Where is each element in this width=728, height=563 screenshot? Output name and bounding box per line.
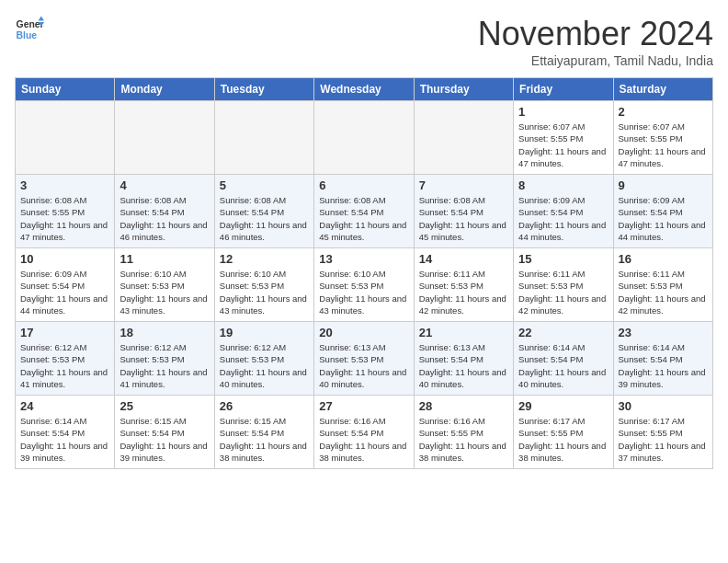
- weekday-header-wednesday: Wednesday: [314, 78, 414, 101]
- day-info: Sunrise: 6:09 AM Sunset: 5:54 PM Dayligh…: [619, 194, 708, 243]
- day-number: 16: [619, 252, 708, 266]
- day-info: Sunrise: 6:10 AM Sunset: 5:53 PM Dayligh…: [119, 268, 209, 316]
- day-info: Sunrise: 6:17 AM Sunset: 5:55 PM Dayligh…: [518, 415, 608, 464]
- calendar-cell: 11Sunrise: 6:10 AM Sunset: 5:53 PM Dayli…: [115, 248, 214, 322]
- weekday-header-monday: Monday: [115, 78, 214, 101]
- calendar-cell: 5Sunrise: 6:08 AM Sunset: 5:54 PM Daylig…: [214, 175, 313, 248]
- day-info: Sunrise: 6:12 AM Sunset: 5:53 PM Dayligh…: [119, 341, 209, 390]
- day-number: 7: [419, 178, 508, 192]
- calendar-cell: 30Sunrise: 6:17 AM Sunset: 5:55 PM Dayli…: [613, 396, 712, 469]
- day-info: Sunrise: 6:07 AM Sunset: 5:55 PM Dayligh…: [619, 121, 708, 169]
- weekday-header-tuesday: Tuesday: [214, 78, 313, 101]
- weekday-header-sunday: Sunday: [16, 78, 115, 101]
- day-number: 26: [220, 399, 309, 413]
- day-info: Sunrise: 6:14 AM Sunset: 5:54 PM Dayligh…: [20, 415, 109, 464]
- day-info: Sunrise: 6:14 AM Sunset: 5:54 PM Dayligh…: [518, 341, 608, 390]
- calendar-cell: 10Sunrise: 6:09 AM Sunset: 5:54 PM Dayli…: [16, 248, 115, 322]
- svg-marker-2: [39, 17, 44, 21]
- week-row-4: 17Sunrise: 6:12 AM Sunset: 5:53 PM Dayli…: [16, 322, 713, 396]
- day-number: 27: [319, 399, 408, 413]
- calendar-cell: 15Sunrise: 6:11 AM Sunset: 5:53 PM Dayli…: [514, 248, 613, 322]
- calendar-cell: 18Sunrise: 6:12 AM Sunset: 5:53 PM Dayli…: [115, 322, 214, 396]
- day-number: 2: [619, 105, 708, 119]
- day-number: 3: [20, 178, 109, 192]
- day-info: Sunrise: 6:13 AM Sunset: 5:53 PM Dayligh…: [319, 341, 408, 390]
- day-number: 19: [220, 326, 309, 339]
- day-info: Sunrise: 6:12 AM Sunset: 5:53 PM Dayligh…: [20, 341, 109, 390]
- calendar-cell: 12Sunrise: 6:10 AM Sunset: 5:53 PM Dayli…: [214, 248, 313, 322]
- header: General Blue November 2024 Ettaiyapuram,…: [15, 15, 713, 68]
- weekday-header-friday: Friday: [514, 78, 613, 101]
- week-row-3: 10Sunrise: 6:09 AM Sunset: 5:54 PM Dayli…: [16, 248, 713, 322]
- day-info: Sunrise: 6:16 AM Sunset: 5:54 PM Dayligh…: [319, 415, 408, 464]
- calendar-cell: 3Sunrise: 6:08 AM Sunset: 5:55 PM Daylig…: [16, 175, 115, 248]
- day-info: Sunrise: 6:17 AM Sunset: 5:55 PM Dayligh…: [619, 415, 708, 464]
- day-info: Sunrise: 6:10 AM Sunset: 5:53 PM Dayligh…: [319, 268, 408, 316]
- day-info: Sunrise: 6:15 AM Sunset: 5:54 PM Dayligh…: [119, 415, 209, 464]
- day-info: Sunrise: 6:08 AM Sunset: 5:54 PM Dayligh…: [419, 194, 508, 243]
- weekday-header-row: SundayMondayTuesdayWednesdayThursdayFrid…: [16, 78, 713, 101]
- day-info: Sunrise: 6:13 AM Sunset: 5:54 PM Dayligh…: [419, 341, 508, 390]
- calendar-cell: 6Sunrise: 6:08 AM Sunset: 5:54 PM Daylig…: [314, 175, 414, 248]
- day-number: 30: [619, 399, 708, 413]
- day-number: 1: [518, 105, 608, 119]
- svg-text:Blue: Blue: [17, 30, 38, 40]
- day-number: 28: [419, 399, 508, 413]
- calendar-cell: [314, 101, 414, 175]
- calendar-cell: 17Sunrise: 6:12 AM Sunset: 5:53 PM Dayli…: [16, 322, 115, 396]
- calendar-cell: 27Sunrise: 6:16 AM Sunset: 5:54 PM Dayli…: [314, 396, 414, 469]
- day-info: Sunrise: 6:12 AM Sunset: 5:53 PM Dayligh…: [220, 341, 309, 390]
- calendar-cell: 13Sunrise: 6:10 AM Sunset: 5:53 PM Dayli…: [314, 248, 414, 322]
- calendar-cell: 16Sunrise: 6:11 AM Sunset: 5:53 PM Dayli…: [613, 248, 712, 322]
- day-number: 6: [319, 178, 408, 192]
- week-row-2: 3Sunrise: 6:08 AM Sunset: 5:55 PM Daylig…: [16, 175, 713, 248]
- logo: General Blue: [15, 15, 44, 44]
- weekday-header-thursday: Thursday: [414, 78, 513, 101]
- calendar-cell: [214, 101, 313, 175]
- day-info: Sunrise: 6:08 AM Sunset: 5:55 PM Dayligh…: [20, 194, 109, 243]
- calendar-cell: 21Sunrise: 6:13 AM Sunset: 5:54 PM Dayli…: [414, 322, 513, 396]
- day-number: 18: [119, 326, 209, 339]
- calendar-cell: 4Sunrise: 6:08 AM Sunset: 5:54 PM Daylig…: [115, 175, 214, 248]
- calendar-cell: 1Sunrise: 6:07 AM Sunset: 5:55 PM Daylig…: [514, 101, 613, 175]
- day-info: Sunrise: 6:08 AM Sunset: 5:54 PM Dayligh…: [119, 194, 209, 243]
- calendar-cell: [115, 101, 214, 175]
- day-info: Sunrise: 6:11 AM Sunset: 5:53 PM Dayligh…: [419, 268, 508, 316]
- month-title: November 2024: [478, 15, 713, 53]
- day-number: 5: [220, 178, 309, 192]
- day-info: Sunrise: 6:15 AM Sunset: 5:54 PM Dayligh…: [220, 415, 309, 464]
- day-number: 4: [119, 178, 209, 192]
- day-number: 23: [619, 326, 708, 339]
- day-info: Sunrise: 6:10 AM Sunset: 5:53 PM Dayligh…: [220, 268, 309, 316]
- day-number: 21: [419, 326, 508, 339]
- day-number: 8: [518, 178, 608, 192]
- calendar-cell: 19Sunrise: 6:12 AM Sunset: 5:53 PM Dayli…: [214, 322, 313, 396]
- week-row-1: 1Sunrise: 6:07 AM Sunset: 5:55 PM Daylig…: [16, 101, 713, 175]
- calendar-cell: 23Sunrise: 6:14 AM Sunset: 5:54 PM Dayli…: [613, 322, 712, 396]
- day-info: Sunrise: 6:08 AM Sunset: 5:54 PM Dayligh…: [220, 194, 309, 243]
- calendar-cell: 29Sunrise: 6:17 AM Sunset: 5:55 PM Dayli…: [514, 396, 613, 469]
- weekday-header-saturday: Saturday: [613, 78, 712, 101]
- day-number: 10: [20, 252, 109, 266]
- calendar-cell: 22Sunrise: 6:14 AM Sunset: 5:54 PM Dayli…: [514, 322, 613, 396]
- calendar-cell: 2Sunrise: 6:07 AM Sunset: 5:55 PM Daylig…: [613, 101, 712, 175]
- day-info: Sunrise: 6:14 AM Sunset: 5:54 PM Dayligh…: [619, 341, 708, 390]
- day-info: Sunrise: 6:08 AM Sunset: 5:54 PM Dayligh…: [319, 194, 408, 243]
- day-number: 25: [119, 399, 209, 413]
- svg-text:General: General: [17, 19, 44, 29]
- day-number: 13: [319, 252, 408, 266]
- day-info: Sunrise: 6:16 AM Sunset: 5:55 PM Dayligh…: [419, 415, 508, 464]
- calendar-cell: 20Sunrise: 6:13 AM Sunset: 5:53 PM Dayli…: [314, 322, 414, 396]
- week-row-5: 24Sunrise: 6:14 AM Sunset: 5:54 PM Dayli…: [16, 396, 713, 469]
- calendar-cell: 25Sunrise: 6:15 AM Sunset: 5:54 PM Dayli…: [115, 396, 214, 469]
- day-number: 9: [619, 178, 708, 192]
- day-info: Sunrise: 6:11 AM Sunset: 5:53 PM Dayligh…: [619, 268, 708, 316]
- logo-icon: General Blue: [15, 15, 44, 44]
- day-number: 11: [119, 252, 209, 266]
- day-number: 12: [220, 252, 309, 266]
- calendar-cell: 26Sunrise: 6:15 AM Sunset: 5:54 PM Dayli…: [214, 396, 313, 469]
- day-number: 20: [319, 326, 408, 339]
- calendar: SundayMondayTuesdayWednesdayThursdayFrid…: [15, 77, 713, 469]
- day-info: Sunrise: 6:11 AM Sunset: 5:53 PM Dayligh…: [518, 268, 608, 316]
- day-number: 24: [20, 399, 109, 413]
